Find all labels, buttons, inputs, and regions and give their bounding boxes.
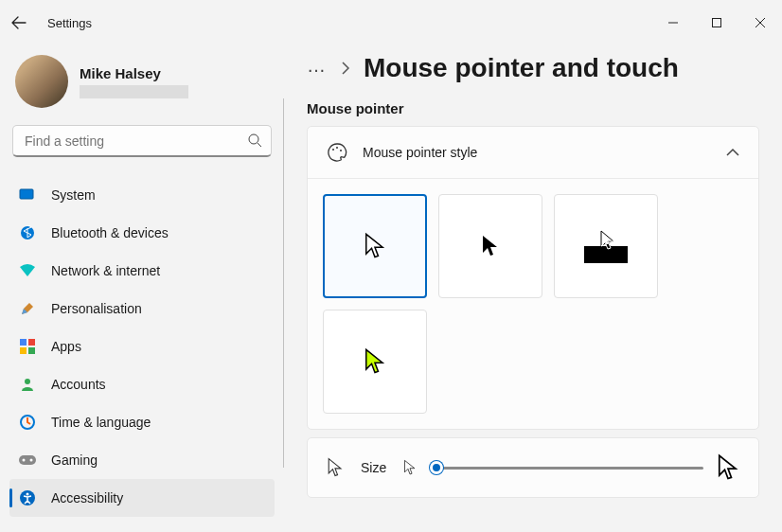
svg-rect-7 <box>20 347 27 354</box>
nav-label: Bluetooth & devices <box>51 225 169 240</box>
svg-rect-8 <box>28 347 35 354</box>
palette-icon <box>327 142 347 163</box>
chevron-right-icon <box>341 62 350 75</box>
cursor-small-icon <box>403 459 417 476</box>
nav-label: Time & language <box>51 415 151 430</box>
svg-point-1 <box>249 134 258 144</box>
maximize-button[interactable] <box>695 8 738 38</box>
nav-label: Network & internet <box>51 263 160 278</box>
svg-rect-19 <box>584 246 628 263</box>
svg-point-12 <box>23 459 26 462</box>
nav-label: Gaming <box>51 452 98 468</box>
nav-label: Personalisation <box>51 301 142 316</box>
pointer-style-inverted[interactable] <box>554 194 658 298</box>
svg-point-9 <box>25 379 30 384</box>
svg-point-15 <box>27 493 29 496</box>
chevron-up-icon <box>726 148 739 157</box>
maximize-icon <box>712 18 721 27</box>
arrow-left-icon <box>11 15 27 30</box>
pointer-style-header[interactable]: Mouse pointer style <box>308 127 758 178</box>
apps-icon <box>19 338 36 355</box>
nav-item-time-language[interactable]: Time & language <box>9 403 275 441</box>
nav-label: Accessibility <box>51 490 123 505</box>
svg-rect-6 <box>28 339 35 346</box>
svg-point-13 <box>30 459 33 462</box>
wifi-icon <box>19 262 36 279</box>
svg-rect-2 <box>20 189 33 199</box>
search-wrap <box>12 125 272 157</box>
back-button[interactable] <box>0 15 38 30</box>
avatar <box>15 55 68 108</box>
user-name: Mike Halsey <box>80 65 188 81</box>
pointer-style-custom[interactable] <box>323 310 427 414</box>
nav-item-system[interactable]: System <box>9 176 275 214</box>
size-slider[interactable] <box>430 459 703 476</box>
svg-point-18 <box>340 150 342 151</box>
nav-label: System <box>51 187 96 203</box>
minimize-button[interactable] <box>651 8 695 38</box>
nav-label: Accounts <box>51 377 106 392</box>
pointer-style-white[interactable] <box>323 194 427 298</box>
size-slider-wrap <box>403 453 739 482</box>
nav-item-accounts[interactable]: Accounts <box>9 365 275 403</box>
main-content: … Mouse pointer and touch Mouse pointer … <box>284 45 782 532</box>
page-title: Mouse pointer and touch <box>364 53 679 83</box>
window-controls <box>651 8 782 38</box>
pointer-style-card: Mouse pointer style <box>307 126 759 430</box>
sidebar: Mike Halsey System Bluetooth & devices N… <box>0 45 284 532</box>
nav-item-apps[interactable]: Apps <box>9 328 275 365</box>
titlebar: Settings <box>0 0 782 45</box>
system-icon <box>19 186 36 204</box>
pointer-style-options <box>308 178 758 429</box>
svg-point-17 <box>336 147 338 149</box>
gaming-icon <box>19 452 36 469</box>
nav-item-accessibility[interactable]: Accessibility <box>9 479 275 517</box>
svg-rect-0 <box>713 19 721 27</box>
pointer-style-title: Mouse pointer style <box>363 145 477 160</box>
window-title: Settings <box>47 16 92 30</box>
close-button[interactable] <box>738 8 782 38</box>
search-input[interactable] <box>12 125 272 157</box>
breadcrumb-overflow[interactable]: … <box>307 55 328 82</box>
user-block[interactable]: Mike Halsey <box>9 45 275 121</box>
svg-rect-11 <box>19 455 36 465</box>
search-icon <box>247 133 262 148</box>
section-label: Mouse pointer <box>307 100 759 116</box>
pointer-style-black[interactable] <box>438 194 542 298</box>
cursor-custom-icon <box>363 347 387 376</box>
nav-item-gaming[interactable]: Gaming <box>9 441 275 479</box>
breadcrumb: … Mouse pointer and touch <box>307 53 759 83</box>
cursor-large-icon <box>717 453 739 482</box>
nav-list: System Bluetooth & devices Network & int… <box>9 176 275 517</box>
pointer-size-card: Size <box>307 437 759 498</box>
user-email-redacted <box>80 85 188 98</box>
nav-item-personalisation[interactable]: Personalisation <box>9 290 275 328</box>
nav-item-bluetooth[interactable]: Bluetooth & devices <box>9 214 275 252</box>
brush-icon <box>19 300 36 317</box>
size-title: Size <box>361 460 386 475</box>
nav-label: Apps <box>51 339 81 354</box>
nav-item-network[interactable]: Network & internet <box>9 252 275 290</box>
accessibility-icon <box>19 489 36 506</box>
clock-globe-icon <box>19 414 36 431</box>
cursor-inverted-icon <box>580 227 631 265</box>
svg-rect-5 <box>20 339 27 346</box>
bluetooth-icon <box>19 224 36 241</box>
cursor-white-icon <box>363 232 387 260</box>
person-icon <box>19 376 36 393</box>
svg-point-16 <box>332 149 334 151</box>
close-icon <box>755 18 765 27</box>
minimize-icon <box>668 18 678 27</box>
cursor-black-icon <box>480 234 501 258</box>
cursor-outline-icon <box>327 457 344 478</box>
